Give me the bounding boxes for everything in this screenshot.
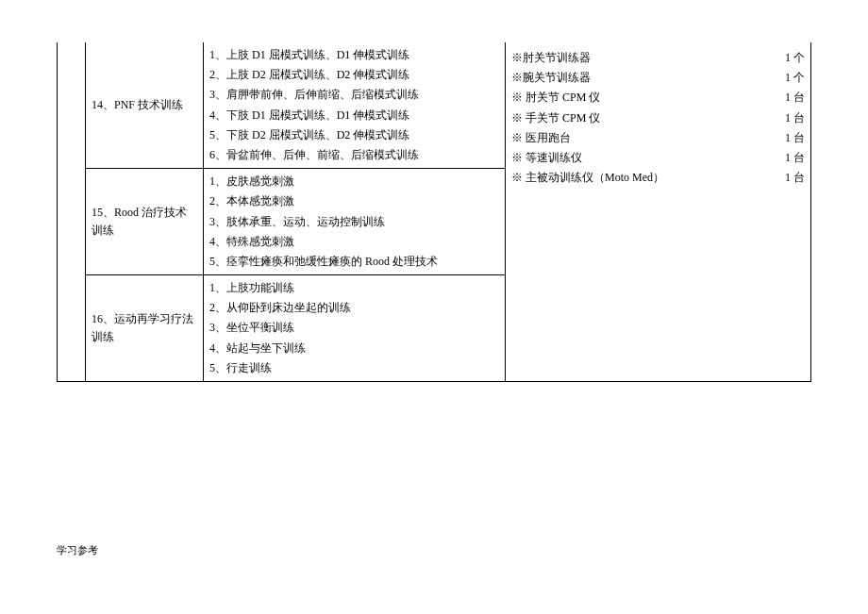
equipment-label: ※ 手关节 CPM 仪 [511, 109, 600, 127]
equipment-qty: 1 台 [774, 109, 805, 127]
row-items: 1、上肢功能训练 2、从仰卧到床边坐起的训练 3、坐位平衡训练 4、站起与坐下训… [204, 275, 506, 382]
row-label: 16、运动再学习疗法训练 [86, 275, 204, 382]
equipment-qty: 1 台 [774, 149, 805, 167]
equipment-qty: 1 台 [774, 169, 805, 187]
equipment-label: ※肘关节训练器 [511, 49, 591, 67]
item-text: 3、肩胛带前伸、后伸前缩、后缩模式训练 [209, 85, 499, 105]
equipment-item: ※ 等速训练仪1 台 [511, 148, 805, 168]
equipment-label: ※ 肘关节 CPM 仪 [511, 89, 600, 107]
item-text: 3、肢体承重、运动、运动控制训练 [209, 212, 499, 232]
item-text: 1、上肢 D1 屈模式训练、D1 伸模式训练 [209, 45, 499, 65]
equipment-cell: ※肘关节训练器1 个 ※腕关节训练器1 个 ※ 肘关节 CPM 仪1 台 ※ 手… [506, 42, 811, 382]
equipment-qty: 1 台 [774, 89, 805, 107]
row-items: 1、上肢 D1 屈模式训练、D1 伸模式训练 2、上肢 D2 屈模式训练、D2 … [204, 42, 506, 169]
item-text: 2、上肢 D2 屈模式训练、D2 伸模式训练 [209, 65, 499, 85]
row-label: 15、Rood 治疗技术训练 [86, 169, 204, 275]
equipment-item: ※ 肘关节 CPM 仪1 台 [511, 88, 805, 108]
item-text: 4、下肢 D1 屈模式训练、D1 伸模式训练 [209, 106, 499, 125]
row-items: 1、皮肤感觉刺激 2、本体感觉刺激 3、肢体承重、运动、运动控制训练 4、特殊感… [204, 169, 506, 275]
item-text: 2、本体感觉刺激 [209, 191, 499, 211]
page-footer: 学习参考 [57, 543, 98, 557]
item-text: 5、痉挛性瘫痪和弛缓性瘫痪的 Rood 处理技术 [209, 252, 499, 272]
item-text: 5、行走训练 [209, 358, 499, 378]
item-text: 6、骨盆前伸、后伸、前缩、后缩模式训练 [209, 145, 499, 165]
equipment-item: ※腕关节训练器1 个 [511, 68, 805, 88]
equipment-item: ※ 主被动训练仪（Moto Med）1 台 [511, 168, 805, 188]
equipment-qty: 1 个 [774, 69, 805, 87]
equipment-item: ※ 医用跑台1 台 [511, 128, 805, 148]
training-table: 14、PNF 技术训练 1、上肢 D1 屈模式训练、D1 伸模式训练 2、上肢 … [57, 42, 811, 382]
item-text: 3、坐位平衡训练 [209, 318, 499, 338]
item-text: 1、皮肤感觉刺激 [209, 172, 499, 191]
merged-blank-cell [58, 42, 86, 382]
equipment-label: ※腕关节训练器 [511, 69, 591, 87]
equipment-item: ※肘关节训练器1 个 [511, 48, 805, 68]
equipment-item: ※ 手关节 CPM 仪1 台 [511, 108, 805, 128]
item-text: 2、从仰卧到床边坐起的训练 [209, 298, 499, 318]
row-label: 14、PNF 技术训练 [86, 42, 204, 169]
item-text: 4、站起与坐下训练 [209, 339, 499, 358]
item-text: 1、上肢功能训练 [209, 278, 499, 298]
equipment-label: ※ 主被动训练仪（Moto Med） [511, 169, 664, 187]
item-text: 4、特殊感觉刺激 [209, 232, 499, 252]
item-text: 5、下肢 D2 屈模式训练、D2 伸模式训练 [209, 125, 499, 145]
equipment-qty: 1 台 [774, 129, 805, 147]
equipment-label: ※ 医用跑台 [511, 129, 571, 147]
equipment-label: ※ 等速训练仪 [511, 149, 582, 167]
table-row: 14、PNF 技术训练 1、上肢 D1 屈模式训练、D1 伸模式训练 2、上肢 … [58, 42, 811, 169]
equipment-qty: 1 个 [774, 49, 805, 67]
